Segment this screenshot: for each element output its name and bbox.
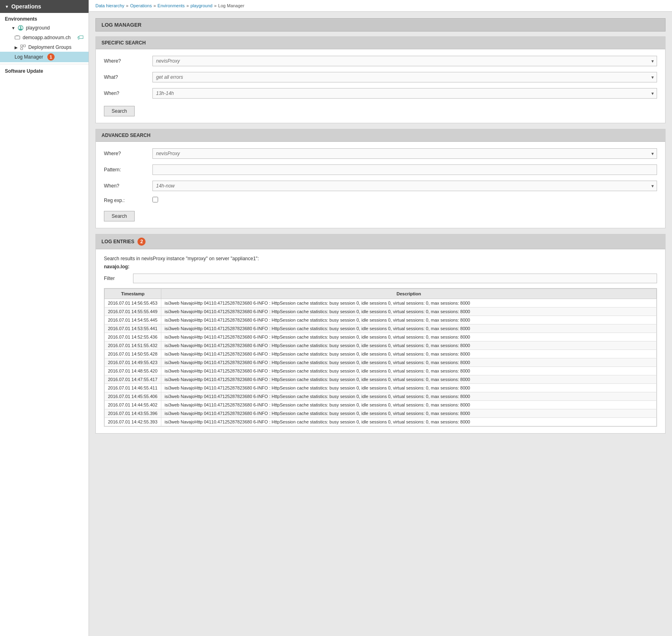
table-row: 2016.07.01 14:51:55.432isi3web NavajoHtt…	[105, 341, 657, 350]
caret-down-icon: ▼	[11, 26, 15, 30]
log-filename: navajo.log:	[104, 264, 657, 270]
advanced-search-body: Where? nevisProxy ▼ Pattern:	[96, 142, 665, 228]
log-manager-badge: 1	[47, 53, 55, 61]
table-row: 2016.07.01 14:45:55.406isi3web NavajoHtt…	[105, 392, 657, 401]
specific-when-select[interactable]: 13h-14h	[152, 88, 657, 99]
specific-what-label: What?	[104, 74, 152, 80]
caret-down-icon: ▼	[5, 4, 9, 9]
svg-point-1	[20, 26, 21, 28]
main-area: Data hierarchy » Operations » Environmen…	[89, 0, 672, 636]
cell-description: isi3web NavajoHttp 04110.47125287823680 …	[161, 333, 657, 341]
sidebar-item-deployment-groups[interactable]: ▶ Deployment Groups	[0, 43, 89, 52]
advanced-when-control: 14h-now ▼	[152, 181, 657, 191]
playground-label: playground	[26, 25, 50, 31]
specific-where-select[interactable]: nevisProxy	[152, 56, 657, 66]
sidebar-item-log-manager[interactable]: Log Manager 1	[0, 52, 89, 62]
breadcrumb-sep4: »	[214, 3, 216, 8]
breadcrumb-sep3: »	[186, 3, 189, 8]
breadcrumb-environments[interactable]: Environments	[158, 3, 185, 8]
breadcrumb: Data hierarchy » Operations » Environmen…	[89, 0, 672, 12]
table-row: 2016.07.01 14:42:55.393isi3web NavajoHtt…	[105, 418, 657, 426]
advanced-where-select-wrap: nevisProxy ▼	[152, 148, 657, 159]
software-update-section[interactable]: Software Update	[0, 64, 89, 78]
deployment-icon	[20, 44, 26, 50]
svg-rect-2	[15, 36, 20, 39]
specific-where-control: nevisProxy ▼	[152, 56, 657, 66]
log-table: Timestamp Description 2016.07.01 14:56:5…	[104, 289, 657, 426]
log-summary: Search results in nevisProxy instance "m…	[104, 256, 657, 261]
table-row: 2016.07.01 14:44:55.402isi3web NavajoHtt…	[105, 401, 657, 409]
caret-right-icon: ▶	[15, 45, 18, 50]
advanced-pattern-input[interactable]	[152, 164, 657, 175]
log-entries-body: Search results in nevisProxy instance "m…	[96, 249, 665, 433]
filter-input[interactable]	[133, 274, 657, 283]
advanced-where-label: Where?	[104, 151, 152, 156]
advanced-where-control: nevisProxy ▼	[152, 148, 657, 159]
advanced-regexp-control	[152, 197, 657, 204]
log-manager-label: Log Manager	[15, 54, 43, 60]
specific-where-row: Where? nevisProxy ▼	[104, 56, 657, 66]
cell-timestamp: 2016.07.01 14:50:55.428	[105, 350, 161, 358]
playground-icon	[18, 25, 23, 31]
sidebar-item-demoapp[interactable]: demoapp.adnovum.ch 🏷	[0, 32, 89, 43]
environments-section: Environments ▼ playground demoapp.adnovu…	[0, 13, 89, 62]
sidebar-item-playground[interactable]: ▼ playground	[0, 23, 89, 32]
filter-row: Filter	[104, 274, 657, 283]
cell-timestamp: 2016.07.01 14:55:55.449	[105, 307, 161, 316]
cell-timestamp: 2016.07.01 14:53:55.441	[105, 324, 161, 333]
breadcrumb-sep2: »	[153, 3, 156, 8]
specific-what-select[interactable]: get all errors	[152, 72, 657, 82]
advanced-regexp-row: Reg exp.:	[104, 197, 657, 204]
cell-timestamp: 2016.07.01 14:54:55.445	[105, 316, 161, 324]
advanced-when-select[interactable]: 14h-now	[152, 181, 657, 191]
log-table-wrap: Timestamp Description 2016.07.01 14:56:5…	[104, 288, 657, 427]
cell-timestamp: 2016.07.01 14:45:55.406	[105, 392, 161, 401]
cell-description: isi3web NavajoHttp 04110.47125287823680 …	[161, 392, 657, 401]
breadcrumb-data-hierarchy[interactable]: Data hierarchy	[95, 3, 125, 8]
specific-when-row: When? 13h-14h ▼	[104, 88, 657, 99]
cell-timestamp: 2016.07.01 14:51:55.432	[105, 341, 161, 350]
advanced-where-row: Where? nevisProxy ▼	[104, 148, 657, 159]
cell-description: isi3web NavajoHttp 04110.47125287823680 …	[161, 299, 657, 307]
sidebar-header-label: Operations	[11, 3, 41, 10]
advanced-search-button[interactable]: Search	[104, 211, 135, 221]
environments-label: Environments	[0, 13, 89, 23]
specific-search-button[interactable]: Search	[104, 106, 135, 116]
cell-timestamp: 2016.07.01 14:49:55.423	[105, 358, 161, 367]
svg-rect-5	[21, 48, 23, 50]
breadcrumb-playground[interactable]: playground	[190, 3, 212, 8]
specific-when-select-wrap: 13h-14h ▼	[152, 88, 657, 99]
cell-description: isi3web NavajoHttp 04110.47125287823680 …	[161, 409, 657, 418]
table-row: 2016.07.01 14:53:55.441isi3web NavajoHtt…	[105, 324, 657, 333]
cell-description: isi3web NavajoHttp 04110.47125287823680 …	[161, 418, 657, 426]
table-row: 2016.07.01 14:55:55.449isi3web NavajoHtt…	[105, 307, 657, 316]
page-title: LOG MANAGER	[95, 18, 666, 32]
cell-timestamp: 2016.07.01 14:52:55.436	[105, 333, 161, 341]
advanced-pattern-control	[152, 164, 657, 175]
demoapp-icon	[15, 35, 20, 40]
specific-when-label: When?	[104, 91, 152, 96]
log-entries-badge: 2	[137, 238, 146, 246]
breadcrumb-operations[interactable]: Operations	[130, 3, 152, 8]
cell-timestamp: 2016.07.01 14:42:55.393	[105, 418, 161, 426]
specific-search-body: Where? nevisProxy ▼ What?	[96, 49, 665, 123]
advanced-pattern-row: Pattern:	[104, 164, 657, 175]
specific-search-header: SPECIFIC SEARCH	[96, 37, 665, 49]
cell-description: isi3web NavajoHttp 04110.47125287823680 …	[161, 375, 657, 384]
svg-rect-4	[23, 45, 25, 47]
cell-description: isi3web NavajoHttp 04110.47125287823680 …	[161, 350, 657, 358]
demoapp-label: demoapp.adnovum.ch	[23, 35, 71, 40]
advanced-where-select[interactable]: nevisProxy	[152, 148, 657, 159]
cell-description: isi3web NavajoHttp 04110.47125287823680 …	[161, 324, 657, 333]
demoapp-tag-icon: 🏷	[77, 34, 84, 41]
table-row: 2016.07.01 14:46:55.411isi3web NavajoHtt…	[105, 384, 657, 392]
table-row: 2016.07.01 14:56:55.453isi3web NavajoHtt…	[105, 299, 657, 307]
table-row: 2016.07.01 14:54:55.445isi3web NavajoHtt…	[105, 316, 657, 324]
cell-description: isi3web NavajoHttp 04110.47125287823680 …	[161, 401, 657, 409]
table-row: 2016.07.01 14:52:55.436isi3web NavajoHtt…	[105, 333, 657, 341]
breadcrumb-sep1: »	[126, 3, 129, 8]
advanced-regexp-checkbox[interactable]	[152, 197, 158, 202]
table-row: 2016.07.01 14:43:55.396isi3web NavajoHtt…	[105, 409, 657, 418]
content-area: LOG MANAGER SPECIFIC SEARCH Where? nevis…	[89, 12, 672, 636]
sidebar-header[interactable]: ▼ Operations	[0, 0, 89, 13]
